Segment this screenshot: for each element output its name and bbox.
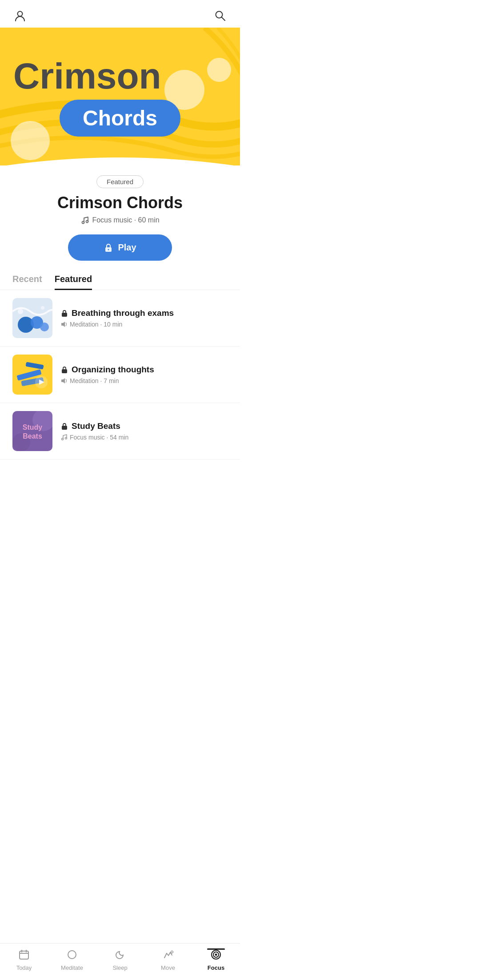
hero-banner: Crimson Chords xyxy=(0,28,240,165)
hero-title: Crimson xyxy=(0,58,240,94)
lock-icon xyxy=(60,309,68,317)
featured-music-icon xyxy=(80,216,89,225)
list-info-breathing: Breathing through exams Meditation · 10 … xyxy=(60,308,228,328)
list-item[interactable]: Study Beats Study Beats Focus music · 54… xyxy=(0,403,240,460)
svg-rect-28 xyxy=(62,426,67,430)
lock-icon xyxy=(60,422,68,430)
list-item-meta-breathing: Meditation · 10 min xyxy=(60,321,228,328)
tab-recent[interactable]: Recent xyxy=(12,274,42,290)
svg-point-10 xyxy=(40,323,49,331)
featured-content-title: Crimson Chords xyxy=(9,194,231,212)
profile-icon[interactable] xyxy=(12,8,28,23)
list-thumb-breathing xyxy=(12,298,52,338)
list-item[interactable]: Breathing through exams Meditation · 10 … xyxy=(0,290,240,347)
featured-badge-wrap: Featured xyxy=(0,175,240,188)
svg-point-3 xyxy=(82,222,84,224)
svg-point-12 xyxy=(41,306,44,310)
tab-featured[interactable]: Featured xyxy=(55,274,92,290)
svg-point-30 xyxy=(65,437,67,439)
speaker-icon xyxy=(60,321,68,328)
featured-meta-text: Focus music · 60 min xyxy=(92,216,159,224)
tabs: Recent Featured xyxy=(0,274,240,290)
search-icon[interactable] xyxy=(212,8,228,23)
svg-point-4 xyxy=(86,221,88,223)
svg-point-0 xyxy=(18,12,23,16)
svg-rect-13 xyxy=(62,313,67,317)
svg-text:Beats: Beats xyxy=(23,432,42,440)
svg-rect-21 xyxy=(62,369,67,373)
svg-rect-7 xyxy=(12,298,52,338)
svg-point-29 xyxy=(62,438,64,440)
svg-point-11 xyxy=(18,309,23,314)
featured-content: Crimson Chords Focus music · 60 min Play xyxy=(0,188,240,274)
list-item-meta-study: Focus music · 54 min xyxy=(60,434,228,441)
header xyxy=(0,0,240,28)
music-note-icon xyxy=(60,434,68,441)
svg-line-2 xyxy=(222,17,225,21)
list-item-meta-organizing: Meditation · 7 min xyxy=(60,377,228,384)
svg-rect-14 xyxy=(61,323,63,326)
list-info-organizing: Organizing thoughts Meditation · 7 min xyxy=(60,365,228,384)
list-thumb-study: Study Beats xyxy=(12,411,52,451)
speaker-icon xyxy=(60,377,68,384)
list-item-title-organizing: Organizing thoughts xyxy=(60,365,228,375)
play-button[interactable]: Play xyxy=(68,234,172,261)
svg-rect-22 xyxy=(61,379,63,382)
svg-point-6 xyxy=(108,249,109,250)
list-info-study: Study Beats Focus music · 54 min xyxy=(60,421,228,441)
lock-icon xyxy=(60,366,68,374)
list-item-title-breathing: Breathing through exams xyxy=(60,308,228,318)
play-lock-icon xyxy=(104,243,113,253)
svg-text:Study: Study xyxy=(23,423,43,431)
list-item-title-study: Study Beats xyxy=(60,421,228,431)
list-thumb-organizing xyxy=(12,355,52,395)
list-item[interactable]: Organizing thoughts Meditation · 7 min xyxy=(0,347,240,403)
featured-badge: Featured xyxy=(96,175,144,188)
hero-pill: Chords xyxy=(60,100,180,137)
play-button-label: Play xyxy=(118,242,136,253)
featured-meta: Focus music · 60 min xyxy=(9,216,231,225)
